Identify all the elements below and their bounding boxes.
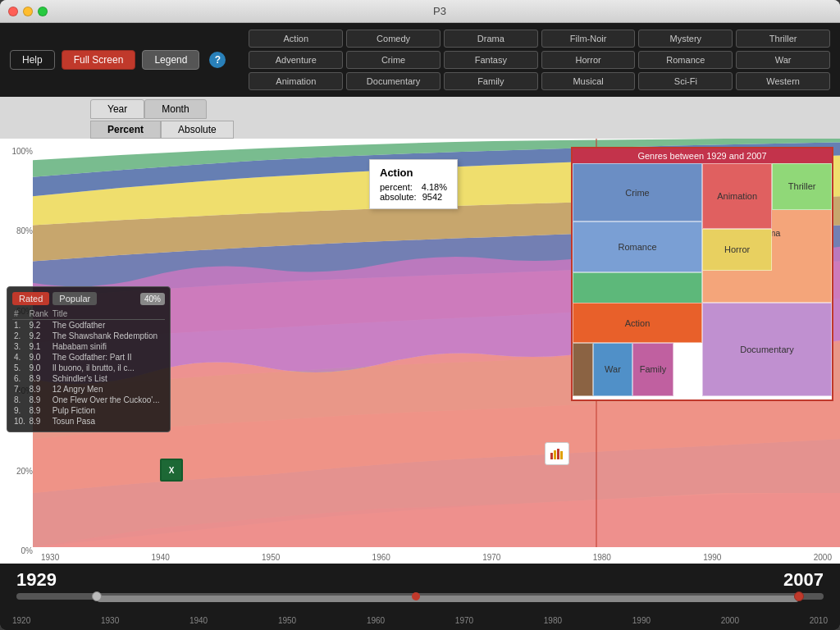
col-num: # [12,308,27,320]
list-item: 2.9.2The Shawshank Redemption [12,331,165,341]
help-button[interactable]: Help [10,50,55,70]
slider-handle-left[interactable] [92,591,102,601]
svg-rect-3 [560,451,563,459]
help-icon[interactable]: ? [209,52,226,68]
list-item: 7.8.912 Angry Men [12,384,165,395]
list-item: 8.8.9One Flew Over the Cuckoo'... [12,395,165,405]
genre-btn-crime[interactable]: Crime [346,51,441,69]
genre-btn-mystery[interactable]: Mystery [638,30,733,48]
x-label-1990: 1990 [703,553,721,562]
y-label-80: 80% [0,226,33,235]
col-title: Title [51,308,165,320]
y-label-0: 0% [0,546,33,555]
year-tick-1930: 1930 [101,616,119,625]
genre-btn-adventure[interactable]: Adventure [249,51,343,69]
genre-btn-musical[interactable]: Musical [541,72,636,90]
treemap: Genres between 1929 and 2007 DramaThrill… [571,147,833,401]
year-end-label: 2007 [783,569,824,591]
tab-year[interactable]: Year [90,99,144,119]
excel-export-icon[interactable]: X [160,459,183,482]
slider-handle-right[interactable] [794,591,804,601]
genre-btn-documentary[interactable]: Documentary [346,72,441,90]
treemap-cell-crime[interactable]: Crime [573,163,702,221]
genre-filter-grid: Action Comedy Drama Film-Noir Mystery Th… [249,30,830,90]
toolbar: Help Full Screen Legend ? Action Comedy … [0,23,840,97]
chart-area: 100% 80% 60% 40% 20% 0% [0,139,840,564]
x-axis: 1930 1940 1950 1960 1970 1980 1990 2000 [33,553,840,562]
year-tick-1920: 1920 [12,616,30,625]
genre-btn-western[interactable]: Western [736,72,830,90]
timeline-area: 1929 2007 1920 1930 1940 1950 1960 1970 [0,564,840,630]
year-tick-1940: 1940 [189,616,208,625]
genre-btn-fantasy[interactable]: Fantasy [444,51,538,69]
tooltip-absolute: absolute: 9542 [380,192,447,202]
slider-container [16,593,824,605]
mode-percent[interactable]: Percent [90,121,161,139]
treemap-title: Genres between 1929 and 2007 [573,148,832,163]
main-content: Help Full Screen Legend ? Action Comedy … [0,23,840,630]
chart-icon-svg [550,446,564,461]
minimize-button[interactable] [23,7,33,16]
tab-rated[interactable]: Rated [12,292,49,305]
treemap-cell-action[interactable]: Action [573,303,702,342]
traffic-lights [8,7,48,16]
treemap-cell-thriller[interactable]: Thriller [772,163,832,210]
slider-fill [97,596,799,602]
list-item: 1.9.2The Godfather [12,320,165,331]
window-title: P3 [48,5,832,17]
year-tick-1960: 1960 [367,616,385,625]
year-tick-1990: 1990 [632,616,651,625]
close-button[interactable] [8,7,18,16]
year-start-label: 1929 [16,569,57,591]
maximize-button[interactable] [38,7,48,16]
list-item: 9.8.9Pulp Fiction [12,405,165,416]
x-label-1960: 1960 [372,553,390,562]
tab-popular[interactable]: Popular [52,292,97,305]
treemap-cell-brown[interactable] [573,343,593,396]
x-label-2000: 2000 [814,553,832,562]
genre-btn-action[interactable]: Action [249,30,343,48]
treemap-cell-family[interactable]: Family [632,343,674,396]
genre-btn-thriller[interactable]: Thriller [736,30,830,48]
rank-table: # Rank Title 1.9.2The Godfather2.9.2The … [12,308,165,427]
view-controls: Year Month Percent Absolute [0,97,840,139]
treemap-cells: DramaThrillerAnimationHorrorCrimeRomance… [573,163,832,396]
col-rank: Rank [27,308,50,320]
x-label-1950: 1950 [262,553,280,562]
genre-btn-comedy[interactable]: Comedy [346,30,441,48]
rank-tabs: Rated Popular 40% [12,292,165,305]
legend-button[interactable]: Legend [142,50,199,70]
list-item: 6.8.9Schindler's List [12,373,165,384]
titlebar: P3 [0,0,840,23]
genre-btn-film-noir[interactable]: Film-Noir [541,30,636,48]
list-item: 3.9.1Hababam sinifi [12,341,165,352]
genre-btn-romance[interactable]: Romance [638,51,733,69]
treemap-cell-romance[interactable]: Romance [573,221,702,272]
treemap-cell-horror[interactable]: Horror [702,229,772,271]
fullscreen-button[interactable]: Full Screen [62,50,136,70]
list-item: 4.9.0The Godfather: Part II [12,352,165,363]
genre-btn-horror[interactable]: Horror [541,51,636,69]
svg-rect-1 [554,450,556,459]
slider-track [16,593,824,600]
genre-btn-sci-fi[interactable]: Sci-Fi [638,72,733,90]
genre-btn-war[interactable]: War [736,51,830,69]
year-tick-2010: 2010 [810,616,828,625]
treemap-cell-animation[interactable]: Animation [702,163,772,229]
year-tick-1980: 1980 [544,616,562,625]
treemap-cell-documentary[interactable]: Documentary [702,303,832,396]
tooltip: Action percent: 4.18% absolute: 9542 [369,159,458,209]
tab-month[interactable]: Month [144,99,206,119]
mode-absolute[interactable]: Absolute [161,121,234,139]
genre-btn-animation[interactable]: Animation [249,72,343,90]
genre-btn-family[interactable]: Family [444,72,538,90]
treemap-cell-war[interactable]: War [593,343,632,396]
x-label-1930: 1930 [41,553,59,562]
export-icon[interactable] [545,442,569,465]
x-label-1980: 1980 [593,553,611,562]
genre-btn-drama[interactable]: Drama [444,30,538,48]
svg-rect-0 [550,453,553,459]
x-label-1970: 1970 [482,553,500,562]
app-window: P3 Help Full Screen Legend ? Action Come… [0,0,840,630]
year-axis: 1920 1930 1940 1950 1960 1970 1980 1990 … [0,606,840,627]
